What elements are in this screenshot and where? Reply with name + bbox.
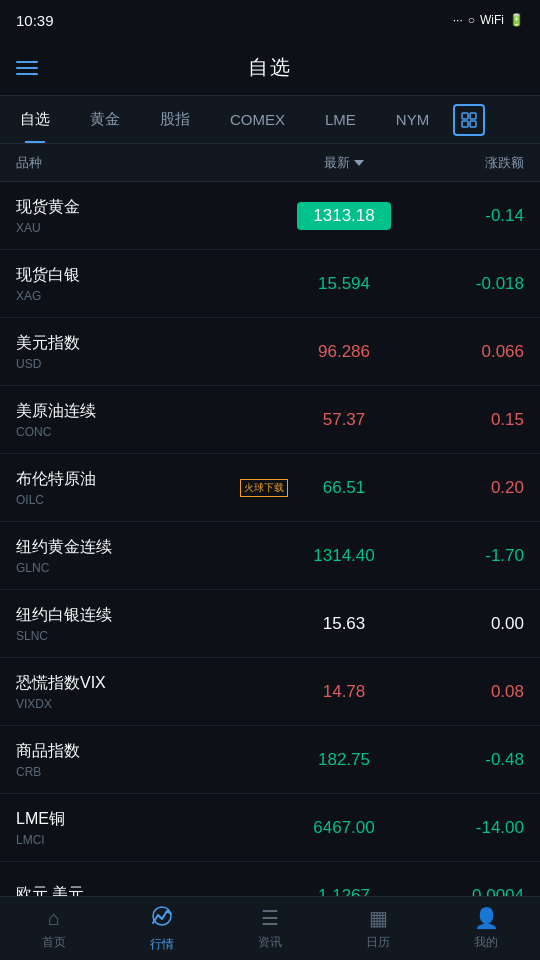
- add-tab-button[interactable]: [453, 104, 485, 136]
- calendar-icon: ▦: [369, 906, 388, 930]
- svg-rect-3: [470, 121, 476, 127]
- row-change: -1.70: [424, 546, 524, 566]
- row-change: -0.48: [424, 750, 524, 770]
- row-name: 现货黄金 XAU: [16, 197, 264, 235]
- page-title: 自选: [248, 54, 292, 81]
- person-icon: 👤: [474, 906, 499, 930]
- chart-icon: [151, 905, 173, 932]
- row-latest: 6467.00: [264, 818, 424, 838]
- table-row[interactable]: 布伦特原油 OILC 火球下载 66.51 0.20: [0, 454, 540, 522]
- circle-icon: ○: [468, 13, 475, 27]
- row-change: 0.066: [424, 342, 524, 362]
- status-icons: ··· ○ WiFi 🔋: [453, 13, 524, 27]
- row-change: -0.14: [424, 206, 524, 226]
- bottom-nav: ⌂ 首页 行情 ☰ 资讯 ▦ 日历 👤 我的: [0, 896, 540, 960]
- nav-profile[interactable]: 👤 我的: [432, 897, 540, 960]
- row-name: 商品指数 CRB: [16, 741, 264, 779]
- svg-rect-2: [462, 121, 468, 127]
- table-row[interactable]: LME铜 LMCI 6467.00 -14.00: [0, 794, 540, 862]
- svg-point-4: [153, 907, 171, 925]
- nav-news[interactable]: ☰ 资讯: [216, 897, 324, 960]
- menu-button[interactable]: [16, 61, 38, 75]
- row-change: 0.20: [424, 478, 524, 498]
- table-body: 现货黄金 XAU 1313.18 -0.14 现货白银 XAG 15.594 -…: [0, 182, 540, 930]
- row-latest: 15.594: [264, 274, 424, 294]
- table-header: 品种 最新 涨跌额: [0, 144, 540, 182]
- table-row[interactable]: 纽约黄金连续 GLNC 1314.40 -1.70: [0, 522, 540, 590]
- row-name: 纽约黄金连续 GLNC: [16, 537, 264, 575]
- wifi-icon: WiFi: [480, 13, 504, 27]
- col-header-name: 品种: [16, 154, 264, 172]
- row-change: -14.00: [424, 818, 524, 838]
- table-row[interactable]: 恐慌指数VIX VIXDX 14.78 0.08: [0, 658, 540, 726]
- row-change: 0.00: [424, 614, 524, 634]
- tab-guzhi[interactable]: 股指: [140, 96, 210, 143]
- nav-calendar[interactable]: ▦ 日历: [324, 897, 432, 960]
- sort-icon: [354, 160, 364, 166]
- row-latest: 14.78: [264, 682, 424, 702]
- row-latest: 1313.18: [264, 202, 424, 230]
- row-name: 现货白银 XAG: [16, 265, 264, 303]
- menu-line-2: [16, 67, 38, 69]
- table-row[interactable]: 现货白银 XAG 15.594 -0.018: [0, 250, 540, 318]
- status-time: 10:39: [16, 12, 54, 29]
- signal-icon: ···: [453, 13, 463, 27]
- row-name: 纽约白银连续 SLNC: [16, 605, 264, 643]
- svg-rect-1: [470, 113, 476, 119]
- tab-bar: 自选 黄金 股指 COMEX LME NYM: [0, 96, 540, 144]
- tab-comex[interactable]: COMEX: [210, 96, 305, 143]
- home-icon: ⌂: [48, 907, 60, 930]
- row-latest: 182.75: [264, 750, 424, 770]
- table-row[interactable]: 美原油连续 CONC 57.37 0.15: [0, 386, 540, 454]
- row-latest: 57.37: [264, 410, 424, 430]
- nav-home[interactable]: ⌂ 首页: [0, 897, 108, 960]
- tab-zixuan[interactable]: 自选: [0, 96, 70, 143]
- row-name: 美原油连续 CONC: [16, 401, 264, 439]
- row-name: 布伦特原油 OILC: [16, 469, 264, 507]
- status-bar: 10:39 ··· ○ WiFi 🔋: [0, 0, 540, 40]
- row-name: LME铜 LMCI: [16, 809, 264, 847]
- header: 自选: [0, 40, 540, 96]
- news-icon: ☰: [261, 906, 279, 930]
- table-row[interactable]: 现货黄金 XAU 1313.18 -0.14: [0, 182, 540, 250]
- row-change: -0.018: [424, 274, 524, 294]
- svg-rect-0: [462, 113, 468, 119]
- table-row[interactable]: 美元指数 USD 96.286 0.066: [0, 318, 540, 386]
- tab-nym[interactable]: NYM: [376, 96, 449, 143]
- menu-line-1: [16, 61, 38, 63]
- row-name: 美元指数 USD: [16, 333, 264, 371]
- col-header-latest: 最新: [264, 154, 424, 172]
- row-latest: 66.51: [264, 478, 424, 498]
- menu-line-3: [16, 73, 38, 75]
- table-row[interactable]: 商品指数 CRB 182.75 -0.48: [0, 726, 540, 794]
- row-change: 0.08: [424, 682, 524, 702]
- tab-lme[interactable]: LME: [305, 96, 376, 143]
- row-latest: 1314.40: [264, 546, 424, 566]
- row-latest: 15.63: [264, 614, 424, 634]
- row-change: 0.15: [424, 410, 524, 430]
- col-header-change: 涨跌额: [424, 154, 524, 172]
- tab-huangjin[interactable]: 黄金: [70, 96, 140, 143]
- row-name: 恐慌指数VIX VIXDX: [16, 673, 264, 711]
- table-row[interactable]: 纽约白银连续 SLNC 15.63 0.00: [0, 590, 540, 658]
- battery-icon: 🔋: [509, 13, 524, 27]
- nav-market[interactable]: 行情: [108, 897, 216, 960]
- row-latest: 96.286: [264, 342, 424, 362]
